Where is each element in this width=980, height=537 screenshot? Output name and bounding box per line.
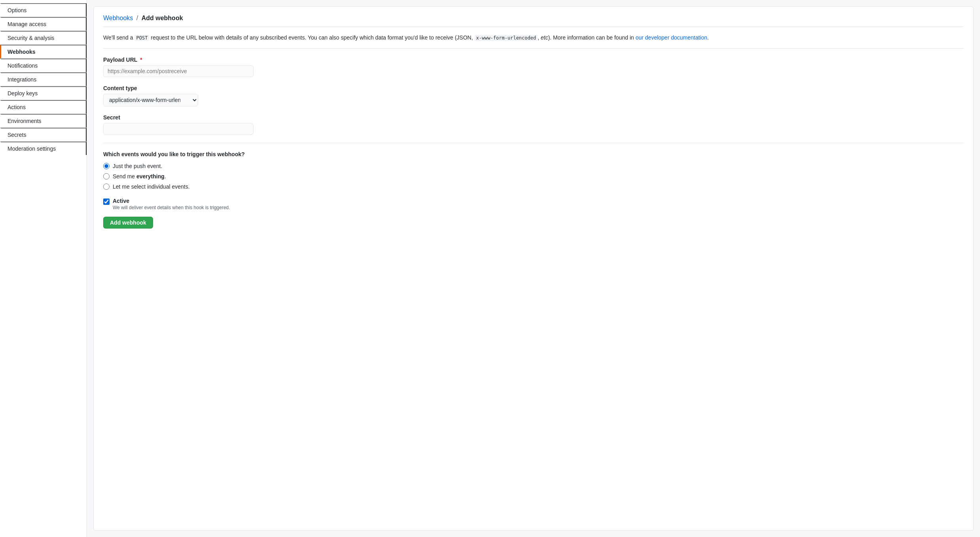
sidebar-item-notifications[interactable]: Notifications (0, 59, 87, 72)
content-type-label: Content type (103, 85, 964, 91)
breadcrumb: Webhooks / Add webhook (103, 15, 964, 27)
sidebar-item-actions[interactable]: Actions (0, 100, 87, 114)
main-content: Webhooks / Add webhook We'll send a POST… (93, 6, 974, 531)
secret-label: Secret (103, 114, 964, 121)
active-checkbox[interactable] (103, 199, 110, 205)
developer-docs-link[interactable]: our developer documentation (636, 34, 707, 41)
description-text: We'll send a POST request to the URL bel… (103, 33, 964, 49)
secret-group: Secret (103, 114, 964, 135)
content-type-group: Content type application/x-www-form-urle… (103, 85, 964, 106)
breadcrumb-current: Add webhook (142, 15, 183, 21)
divider (103, 143, 964, 143)
payload-url-group: Payload URL * (103, 57, 964, 77)
sidebar-item-options[interactable]: Options (0, 3, 87, 17)
breadcrumb-link[interactable]: Webhooks (103, 15, 133, 21)
add-webhook-button[interactable]: Add webhook (103, 217, 153, 229)
radio-individual-input[interactable] (103, 183, 110, 190)
active-label: Active (113, 198, 230, 204)
sidebar-item-environments[interactable]: Environments (0, 114, 87, 128)
sidebar-item-security-analysis[interactable]: Security & analysis (0, 31, 87, 45)
active-label-group: Active We will deliver event details whe… (113, 198, 230, 210)
radio-push-input[interactable] (103, 163, 110, 169)
post-code: POST (134, 35, 149, 41)
radio-individual[interactable]: Let me select individual events. (103, 183, 964, 190)
sidebar-item-webhooks[interactable]: Webhooks (0, 45, 87, 59)
content-type-select[interactable]: application/x-www-form-urlencoded applic… (103, 94, 198, 106)
sidebar-item-integrations[interactable]: Integrations (0, 72, 87, 86)
required-star: * (138, 57, 142, 63)
sidebar-item-moderation-settings[interactable]: Moderation settings (0, 142, 87, 155)
events-radio-group: Just the push event. Send me everything.… (103, 163, 964, 190)
events-question: Which events would you like to trigger t… (103, 151, 964, 157)
sidebar-item-manage-access[interactable]: Manage access (0, 17, 87, 31)
sidebar-item-deploy-keys[interactable]: Deploy keys (0, 86, 87, 100)
radio-everything-input[interactable] (103, 173, 110, 180)
breadcrumb-separator: / (136, 15, 138, 21)
radio-individual-label: Let me select individual events. (113, 183, 190, 190)
active-description: We will deliver event details when this … (113, 205, 230, 210)
active-checkbox-group: Active We will deliver event details whe… (103, 198, 964, 210)
radio-everything-label: Send me everything. (113, 173, 166, 180)
form-code: x-www-form-urlencoded (475, 35, 538, 41)
payload-url-input[interactable] (103, 65, 254, 77)
payload-url-label: Payload URL * (103, 57, 964, 63)
radio-everything[interactable]: Send me everything. (103, 173, 964, 180)
secret-input[interactable] (103, 123, 254, 135)
sidebar: OptionsManage accessSecurity & analysisW… (0, 0, 87, 537)
sidebar-item-secrets[interactable]: Secrets (0, 128, 87, 142)
radio-push-event[interactable]: Just the push event. (103, 163, 964, 169)
radio-push-label: Just the push event. (113, 163, 162, 169)
